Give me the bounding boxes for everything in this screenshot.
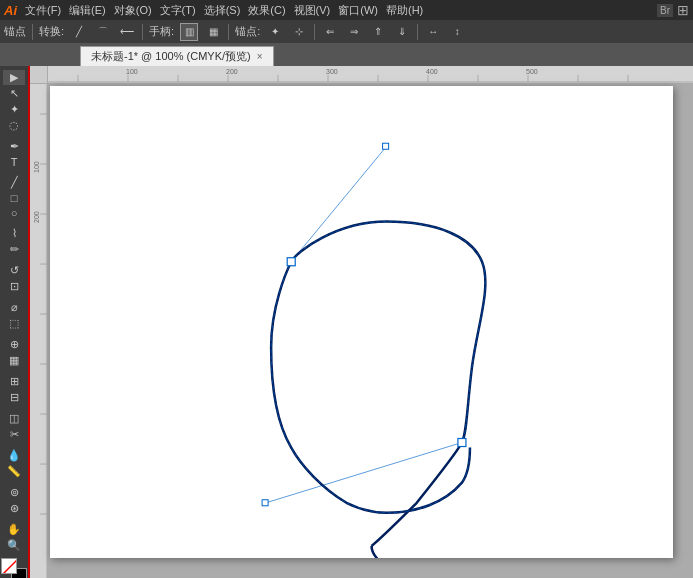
canvas <box>50 86 673 558</box>
main-area: ▶ ↖ ✦ ◌ ✒ T ╱ □ ○ ⌇ ✏ ↺ ⊡ ⌀ ⬚ ⊕ ▦ ⊞ ⊟ ◫ … <box>0 66 693 578</box>
distribute-btn1[interactable]: ⇐ <box>321 23 339 41</box>
hand-tool[interactable]: ✋ <box>3 522 25 537</box>
title-right-icons: Br ⊞ <box>657 2 689 18</box>
svg-text:100: 100 <box>126 68 138 75</box>
vector-paths <box>50 86 673 558</box>
symbol-sprayer-tool[interactable]: ⊕ <box>3 337 25 352</box>
left-toolbar: ▶ ↖ ✦ ◌ ✒ T ╱ □ ○ ⌇ ✏ ↺ ⊡ ⌀ ⬚ ⊕ ▦ ⊞ ⊟ ◫ … <box>0 66 30 578</box>
lasso-tool[interactable]: ◌ <box>3 118 25 133</box>
zoom-tool[interactable]: 🔍 <box>3 538 25 553</box>
svg-rect-37 <box>458 438 466 446</box>
pencil-tool[interactable]: ✏ <box>3 242 25 257</box>
title-bar: Ai 文件(F) 编辑(E) 对象(O) 文字(T) 选择(S) 效果(C) 视… <box>0 0 693 20</box>
distribute-btn3[interactable]: ⇑ <box>369 23 387 41</box>
direct-selection-tool[interactable]: ↖ <box>3 86 25 101</box>
measure-tool[interactable]: 📏 <box>3 464 25 479</box>
scissors-tool[interactable]: ✂ <box>3 427 25 442</box>
blend-tool[interactable]: ⊚ <box>3 485 25 500</box>
anchor-label: 锚点 <box>4 24 26 39</box>
smooth-tool-btn[interactable]: ⌒ <box>94 23 112 41</box>
paintbrush-tool[interactable]: ⌇ <box>3 226 25 241</box>
menu-edit[interactable]: 编辑(E) <box>69 3 106 18</box>
svg-text:500: 500 <box>526 68 538 75</box>
tab-close-btn[interactable]: × <box>257 51 263 62</box>
ruler-vertical: 100 200 <box>30 84 48 578</box>
svg-text:400: 400 <box>426 68 438 75</box>
ruler-corner <box>30 66 48 84</box>
menu-text[interactable]: 文字(T) <box>160 3 196 18</box>
color-swatches <box>0 554 31 578</box>
corner-tool-btn[interactable]: ╱ <box>70 23 88 41</box>
fill-color[interactable] <box>1 558 17 574</box>
menu-effect[interactable]: 效果(C) <box>248 3 285 18</box>
svg-line-35 <box>266 443 462 503</box>
svg-line-0 <box>2 559 17 574</box>
transform-label: 转换: <box>39 24 64 39</box>
anchor-point-btn2[interactable]: ⊹ <box>290 23 308 41</box>
separator <box>32 24 33 40</box>
tab-title: 未标题-1* @ 100% (CMYK/预览) <box>91 49 251 64</box>
free-transform-tool[interactable]: ⬚ <box>3 316 25 331</box>
ellipse-tool[interactable]: ○ <box>3 206 25 220</box>
anchor-toolbar: 锚点 转换: ╱ ⌒ ⟵ 手柄: ▥ ▦ 锚点: ✦ ⊹ ⇐ ⇒ ⇑ ⇓ ↔ ↕ <box>0 20 693 44</box>
separator2 <box>142 24 143 40</box>
tab-bar: 未标题-1* @ 100% (CMYK/预览) × <box>0 44 693 66</box>
svg-rect-36 <box>287 258 295 266</box>
menu-file[interactable]: 文件(F) <box>25 3 61 18</box>
svg-rect-2 <box>48 66 693 83</box>
selection-tool[interactable]: ▶ <box>3 70 25 85</box>
svg-text:200: 200 <box>33 211 40 223</box>
column-graph-tool[interactable]: ▦ <box>3 353 25 368</box>
artboard-tool[interactable]: ⊞ <box>3 374 25 389</box>
warp-tool[interactable]: ⌀ <box>3 300 25 315</box>
pen-tool[interactable]: ✒ <box>3 139 25 154</box>
svg-rect-21 <box>30 84 48 578</box>
svg-line-34 <box>291 146 386 261</box>
canvas-area: 100 200 300 400 500 <box>30 66 693 578</box>
svg-rect-38 <box>383 143 389 149</box>
ruler-horizontal: 100 200 300 400 500 <box>48 66 693 84</box>
live-paint-tool[interactable]: ⊛ <box>3 501 25 516</box>
menu-object[interactable]: 对象(O) <box>114 3 152 18</box>
menu-bar[interactable]: 文件(F) 编辑(E) 对象(O) 文字(T) 选择(S) 效果(C) 视图(V… <box>25 3 423 18</box>
svg-text:200: 200 <box>226 68 238 75</box>
line-tool[interactable]: ╱ <box>3 175 25 190</box>
separator3 <box>228 24 229 40</box>
bridge-icon[interactable]: Br <box>657 4 673 17</box>
symmetry-tool-btn[interactable]: ⟵ <box>118 23 136 41</box>
align-btn1[interactable]: ↔ <box>424 23 442 41</box>
menu-help[interactable]: 帮助(H) <box>386 3 423 18</box>
app-logo: Ai <box>4 3 17 18</box>
magic-wand-tool[interactable]: ✦ <box>3 102 25 117</box>
slice-tool[interactable]: ⊟ <box>3 390 25 405</box>
svg-text:100: 100 <box>33 161 40 173</box>
rotate-tool[interactable]: ↺ <box>3 263 25 278</box>
panel-icon[interactable]: ⊞ <box>677 2 689 18</box>
svg-rect-39 <box>262 500 268 506</box>
handle-label: 手柄: <box>149 24 174 39</box>
scale-tool[interactable]: ⊡ <box>3 279 25 294</box>
menu-window[interactable]: 窗口(W) <box>338 3 378 18</box>
menu-view[interactable]: 视图(V) <box>294 3 331 18</box>
document-tab[interactable]: 未标题-1* @ 100% (CMYK/预览) × <box>80 46 274 66</box>
separator5 <box>417 24 418 40</box>
handle-type-btn[interactable]: ▥ <box>180 23 198 41</box>
menu-select[interactable]: 选择(S) <box>204 3 241 18</box>
eyedropper-tool[interactable]: 💧 <box>3 448 25 463</box>
distribute-btn2[interactable]: ⇒ <box>345 23 363 41</box>
anchor-point-btn[interactable]: ✦ <box>266 23 284 41</box>
anchor-label2: 锚点: <box>235 24 260 39</box>
separator4 <box>314 24 315 40</box>
handle-icon[interactable]: ▦ <box>204 23 222 41</box>
align-btn2[interactable]: ↕ <box>448 23 466 41</box>
distribute-btn4[interactable]: ⇓ <box>393 23 411 41</box>
rect-tool[interactable]: □ <box>3 191 25 205</box>
eraser-tool[interactable]: ◫ <box>3 411 25 426</box>
type-tool[interactable]: T <box>3 155 25 169</box>
svg-text:300: 300 <box>326 68 338 75</box>
